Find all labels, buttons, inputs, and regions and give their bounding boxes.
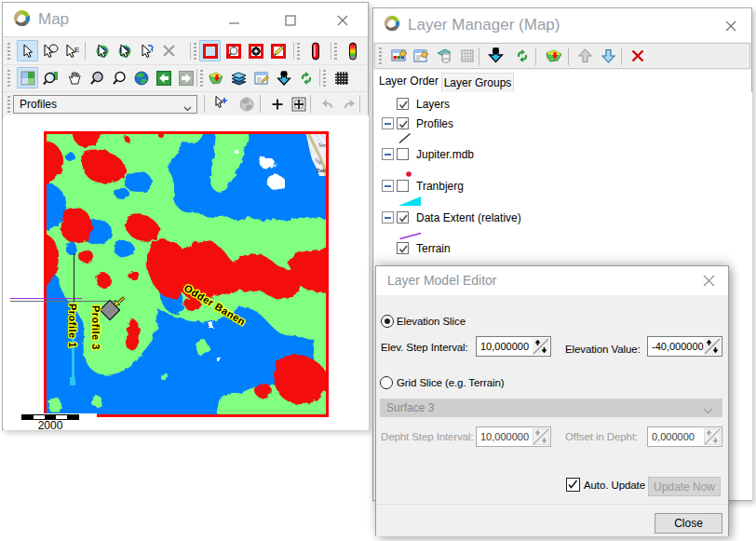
depth-step-interval-spinbox[interactable]: 10,000000: [476, 426, 551, 447]
layer-style-properties-button[interactable]: [388, 45, 410, 66]
tab-layer-order[interactable]: Layer Order: [376, 70, 441, 92]
layer-model-editor-dialog: Layer Model Editor Elevation Slice Elev.…: [375, 265, 729, 536]
toolbar-grip[interactable]: [200, 70, 203, 87]
layer-checkbox-unchecked[interactable]: [397, 180, 409, 192]
add-point-plus-button[interactable]: [266, 93, 288, 115]
close-icon[interactable]: [334, 12, 351, 29]
elevation-value-spinbox[interactable]: -40,000000: [647, 336, 722, 357]
spin-up-down-icon[interactable]: [704, 338, 721, 355]
freehand-select-cursor-button[interactable]: [137, 40, 158, 61]
select-cursor-button[interactable]: [17, 40, 38, 61]
delete-x-icon[interactable]: [158, 40, 180, 61]
collapse-minus-icon[interactable]: [382, 148, 394, 160]
red-frame-button[interactable]: [199, 40, 221, 61]
toolbar-grip[interactable]: [379, 47, 382, 64]
select-multi-globe-button[interactable]: [115, 40, 136, 61]
layer-checkbox-checked[interactable]: [397, 211, 409, 223]
layer-checkbox-checked[interactable]: [397, 242, 409, 254]
lasso-select-cursor-button[interactable]: [39, 40, 61, 61]
table-view-disabled-button[interactable]: [456, 45, 478, 66]
zoom-out-button[interactable]: [86, 67, 107, 88]
layer-model-editor-titlebar[interactable]: Layer Model Editor: [376, 266, 728, 295]
surface-dropdown[interactable]: Surface 3: [380, 399, 722, 417]
red-frame-edit-button[interactable]: [267, 40, 289, 61]
zoom-in-button[interactable]: [108, 67, 129, 88]
update-now-button[interactable]: Update Now: [648, 477, 721, 496]
layer-checkbox-checked[interactable]: [397, 98, 409, 110]
add-profile-box-button[interactable]: [288, 93, 309, 115]
toolbar-grip[interactable]: [7, 96, 10, 113]
red-capsule-button[interactable]: [304, 40, 326, 61]
layer-row-tranbjerg[interactable]: Tranbjerg: [374, 180, 752, 193]
color-scale-capsule-button[interactable]: [342, 40, 363, 61]
move-up-disabled-button[interactable]: [574, 45, 596, 66]
toolbar-grip[interactable]: [297, 43, 300, 60]
close-icon[interactable]: [702, 274, 716, 288]
clock-partial-button[interactable]: [363, 93, 368, 115]
red-frame-target-button[interactable]: [245, 40, 266, 61]
import-layer-arrow-button[interactable]: [485, 45, 506, 66]
profiles-combobox[interactable]: Profiles: [13, 95, 197, 114]
toolbar-grip[interactable]: [334, 43, 337, 60]
collapse-minus-icon[interactable]: [382, 180, 394, 192]
close-icon[interactable]: [722, 18, 739, 34]
delete-layer-x-button[interactable]: [627, 45, 648, 66]
layer-checkbox-unchecked[interactable]: [397, 148, 409, 160]
auto-update-checkbox[interactable]: [566, 478, 580, 492]
chevron-down-icon: [183, 101, 192, 115]
vertex-select-cursor-button[interactable]: E: [61, 40, 83, 61]
layer-row-data-extent[interactable]: Data Extent (relative): [374, 211, 752, 224]
close-button[interactable]: Close: [655, 513, 722, 534]
import-down-arrow-button[interactable]: [273, 67, 294, 88]
zoom-window-button[interactable]: [40, 67, 61, 88]
pan-hand-button[interactable]: [63, 67, 85, 88]
refresh-map-colored-button[interactable]: [206, 67, 227, 88]
collapse-minus-icon[interactable]: [382, 211, 394, 223]
toolbar-grip[interactable]: [7, 43, 10, 60]
elevation-slice-radio[interactable]: [381, 315, 394, 328]
go-back-arrow-button[interactable]: [153, 67, 174, 88]
elev-step-interval-label: Elev. Step Interval:: [381, 342, 468, 353]
go-forward-arrow-button[interactable]: [175, 67, 196, 88]
toolbar-grip[interactable]: [7, 70, 10, 87]
layer-manager-titlebar[interactable]: Layer Manager (Map): [373, 8, 751, 42]
zoom-box-button[interactable]: [17, 67, 38, 88]
globe-disabled-button[interactable]: [236, 93, 257, 115]
layers-stack-button[interactable]: [228, 67, 250, 88]
layer-row-terrain[interactable]: Terrain: [374, 242, 752, 255]
undo-arrow-button[interactable]: [317, 93, 338, 115]
move-down-button[interactable]: [598, 45, 619, 66]
add-profile-cursor-button[interactable]: [211, 93, 233, 115]
minimize-icon[interactable]: [226, 12, 243, 29]
map-window: Map E: [2, 2, 369, 430]
spin-up-down-disabled-icon: [704, 428, 721, 445]
map-titlebar[interactable]: Map: [3, 3, 368, 36]
layer-properties-button[interactable]: [411, 45, 432, 66]
map-image[interactable]: Terr Usk Bakk: [44, 131, 329, 417]
layer-row-layers[interactable]: Layers: [374, 98, 752, 111]
maximize-icon[interactable]: [282, 12, 299, 29]
select-feature-globe-button[interactable]: [92, 40, 114, 61]
offset-in-depth-label: Offset in Depht:: [565, 431, 638, 442]
world-globe-button[interactable]: [130, 67, 152, 88]
layer-row-profiles[interactable]: Profiles: [374, 117, 752, 130]
toolbar-grip[interactable]: [323, 70, 326, 87]
tab-layer-groups[interactable]: Layer Groups: [441, 73, 514, 92]
toolbar-grip[interactable]: [194, 43, 196, 60]
grid-slice-radio[interactable]: [380, 376, 393, 389]
refresh-arrows-button[interactable]: [295, 67, 317, 88]
properties-form-button[interactable]: [250, 67, 272, 88]
layer-row-jupiter[interactable]: Jupiter.mdb: [374, 148, 752, 161]
refresh-layers-button[interactable]: [511, 45, 533, 66]
spin-up-down-icon[interactable]: [533, 338, 549, 355]
layer-checkbox-checked[interactable]: [397, 117, 409, 129]
update-map-colored-button[interactable]: [543, 45, 564, 66]
elev-step-interval-spinbox[interactable]: 10,000000: [476, 336, 551, 357]
redo-arrow-button[interactable]: [338, 93, 359, 115]
map-viewport[interactable]: Terr Usk Bakk Odder Banen Profile 3 Prof…: [4, 115, 369, 430]
offset-in-depth-spinbox[interactable]: 0,000000: [647, 426, 722, 447]
red-frame-zoom-button[interactable]: [223, 40, 244, 61]
grid-button[interactable]: [331, 67, 352, 88]
collapse-minus-icon[interactable]: [382, 117, 394, 129]
rename-layer-button[interactable]: [434, 45, 455, 66]
